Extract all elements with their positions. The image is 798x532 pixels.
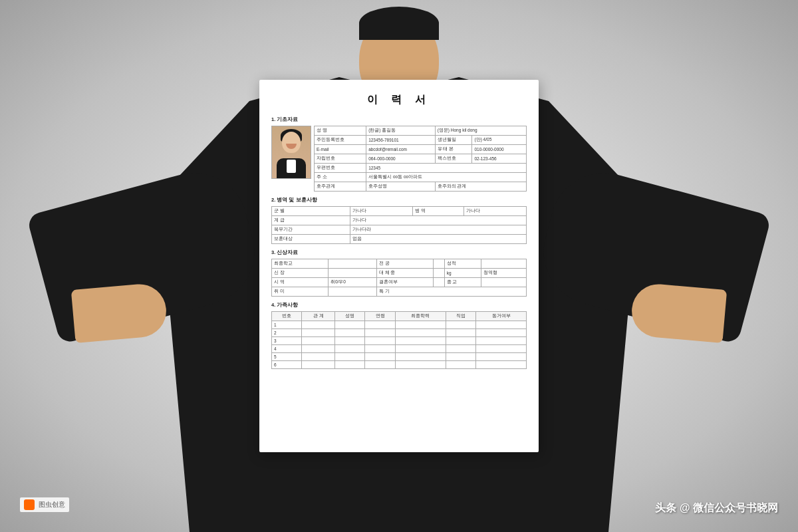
watermark: 图虫创意: [20, 497, 69, 512]
family-row-num: 1: [272, 321, 302, 329]
col-number: 번호: [272, 312, 302, 321]
basic-info-wrapper: 성 명 (한글) 홍길동 (영문) Hong kil dong 주민등록번호 1…: [271, 126, 527, 192]
table-row: 우편번호 12345: [315, 164, 527, 173]
physical-table: 최종학교 전 공 성적 신 장 대 체 중 kg 청역형 시 역 취0/우0 결…: [271, 259, 527, 297]
label-id: 주민등록번호: [315, 136, 366, 145]
label-bloodtype: kg: [444, 269, 481, 278]
value-veteran: 없음: [350, 235, 526, 244]
photo-mouth: [286, 144, 297, 149]
section-basic-header: 1. 기초자료: [271, 116, 527, 123]
table-row: 취 미 특 기: [272, 287, 527, 297]
watermark-icon: [24, 499, 35, 510]
table-row: 복무기간 가나다라: [272, 225, 527, 235]
table-row: 보훈대상 없음: [272, 235, 527, 244]
label-specialty: 특 기: [376, 287, 526, 297]
hand-right: [630, 282, 727, 343]
basic-info-table: 성 명 (한글) 홍길동 (영문) Hong kil dong 주민등록번호 1…: [314, 126, 527, 192]
value-height: [328, 269, 376, 278]
label-veteran: 보훈대상: [272, 235, 350, 244]
label-service-period: 복무기간: [272, 225, 350, 235]
value-religion: [481, 278, 527, 287]
table-row: 주민등록번호 123456-789101 생년월일 (만) 4/05: [315, 136, 527, 145]
family-row-edu: [395, 329, 446, 337]
label-guardian-rel: 호주관계: [315, 182, 366, 192]
label-married: 결혼여부: [376, 278, 433, 287]
family-row-name: [334, 337, 364, 345]
hair: [359, 7, 439, 40]
col-age: 연령: [365, 312, 395, 321]
value-id: 123456-789101: [366, 136, 436, 145]
value-branch: 가나다: [350, 207, 412, 216]
table-row: 최종학교 전 공 성적: [272, 259, 527, 269]
family-row-cohab: [476, 361, 527, 369]
family-row-rel: [302, 345, 334, 353]
family-row-job: [446, 337, 475, 345]
label-hobby: 취 미: [272, 287, 329, 297]
family-row-job: [446, 345, 475, 353]
family-row-num: 2: [272, 329, 302, 337]
photo-cell: [271, 126, 311, 179]
family-row-num: 3: [272, 337, 302, 345]
family-row-edu: [395, 345, 446, 353]
label-school: 최종학교: [272, 259, 329, 269]
scene: 이 력 서 1. 기초자료 성 명 (한: [0, 0, 798, 532]
value-service-period: 가나다라: [350, 225, 526, 235]
table-row: 호주관계 호주성명 호주와의 관계: [315, 182, 527, 192]
table-row: 5: [272, 353, 527, 361]
label-major: 전 공: [376, 259, 433, 269]
value-bloodtype: 청역형: [481, 269, 527, 278]
family-row-name: [334, 361, 364, 369]
family-row-job: [446, 329, 475, 337]
section-military-header: 2. 병역 및 보훈사항: [271, 197, 527, 203]
platform-name: 头条: [655, 502, 676, 513]
account-name: 微信公众号书晓网: [693, 502, 778, 513]
military-table: 군 별 가나다 병 역 가나다 계 급 가나다 복무기간 가나다라 보훈대상 없…: [271, 206, 527, 244]
value-phone: 010-0000-0000: [472, 145, 527, 154]
label-religion: 종 교: [444, 278, 481, 287]
label-email: E-mail: [315, 145, 366, 154]
value-major: [433, 259, 444, 269]
value-school: [328, 259, 376, 269]
family-row-cohab: [476, 353, 527, 361]
family-row-age: [365, 345, 395, 353]
value-name-en: (영문) Hong kil dong: [435, 126, 526, 136]
family-table: 번호 관 계 성명 연령 최종학력 직업 동거여부 1: [271, 311, 527, 369]
col-name: 성명: [334, 312, 364, 321]
photo-face: [282, 132, 301, 153]
col-education: 최종학력: [395, 312, 446, 321]
table-row: E-mail abcdof@remail.com 유 태 본 010-0000-…: [315, 145, 527, 154]
label-address: 주 소: [315, 173, 366, 182]
family-row-job: [446, 361, 475, 369]
label-zip: 우편번호: [315, 164, 366, 173]
family-row-num: 6: [272, 361, 302, 369]
value-local-phone: 064-000-0000: [366, 154, 436, 164]
family-row-name: [334, 353, 364, 361]
label-birth: 생년월일: [435, 136, 472, 145]
hand-left: [71, 282, 168, 343]
family-row-rel: [302, 321, 334, 329]
family-row-age: [365, 329, 395, 337]
table-row: 신 장 대 체 중 kg 청역형: [272, 269, 527, 278]
label-phone: 유 태 본: [435, 145, 472, 154]
family-row-num: 4: [272, 345, 302, 353]
value-rank: 가나다: [350, 216, 526, 225]
value-hobby: [328, 287, 376, 297]
value-married: [433, 278, 444, 287]
family-row-rel: [302, 337, 334, 345]
branding-text: 头条 @ 微信公众号书晓网: [655, 501, 778, 515]
value-weight: [433, 269, 444, 278]
label-name: 성 명: [315, 126, 366, 136]
family-row-edu: [395, 353, 446, 361]
family-row-num: 5: [272, 353, 302, 361]
value-name-kr: (한글) 홍길동: [366, 126, 436, 136]
family-row-cohab: [476, 345, 527, 353]
value-guardian-rel: 호주와의 관계: [435, 182, 526, 192]
value-birth: (만) 4/05: [472, 136, 527, 145]
family-row-edu: [395, 321, 446, 329]
label-service: 병 역: [413, 207, 464, 216]
label-height: 신 장: [272, 269, 329, 278]
family-row-age: [365, 337, 395, 345]
table-row: 3: [272, 337, 527, 345]
label-vision: 시 역: [272, 278, 329, 287]
label-weight: 대 체 중: [376, 269, 433, 278]
